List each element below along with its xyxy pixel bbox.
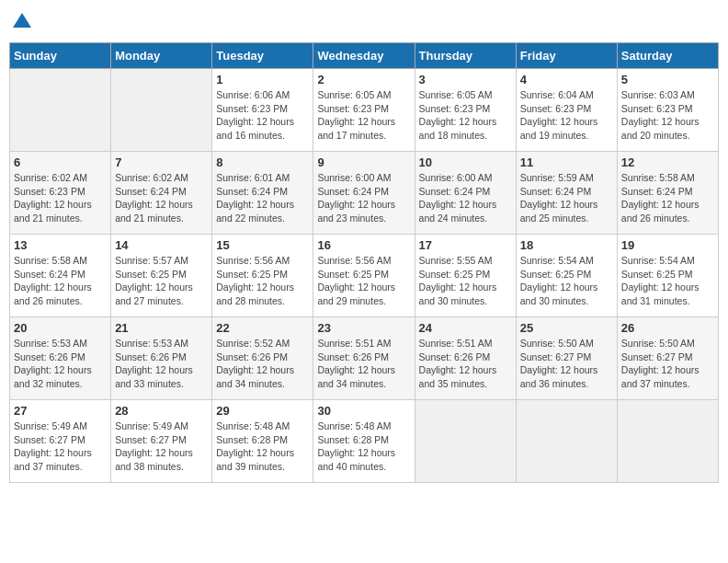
cell-info: Sunrise: 6:03 AMSunset: 6:23 PMDaylight:… xyxy=(621,88,714,143)
day-number: 12 xyxy=(621,155,714,169)
calendar-cell: 14Sunrise: 5:57 AMSunset: 6:25 PMDayligh… xyxy=(111,235,212,317)
day-number: 7 xyxy=(115,155,208,169)
calendar-week-5: 27Sunrise: 5:49 AMSunset: 6:27 PMDayligh… xyxy=(10,400,719,483)
weekday-header-sunday: Sunday xyxy=(10,43,111,69)
cell-info: Sunrise: 5:58 AMSunset: 6:24 PMDaylight:… xyxy=(14,254,107,308)
calendar-cell: 15Sunrise: 5:56 AMSunset: 6:25 PMDayligh… xyxy=(212,235,313,317)
day-number: 23 xyxy=(317,321,410,335)
calendar-cell: 19Sunrise: 5:54 AMSunset: 6:25 PMDayligh… xyxy=(617,235,718,317)
weekday-header-friday: Friday xyxy=(516,43,617,69)
calendar-cell: 26Sunrise: 5:50 AMSunset: 6:27 PMDayligh… xyxy=(617,317,718,400)
svg-marker-0 xyxy=(13,13,31,28)
calendar-cell: 7Sunrise: 6:02 AMSunset: 6:24 PMDaylight… xyxy=(111,152,212,235)
cell-info: Sunrise: 5:48 AMSunset: 6:28 PMDaylight:… xyxy=(216,419,309,474)
calendar-cell: 30Sunrise: 5:48 AMSunset: 6:28 PMDayligh… xyxy=(313,400,415,483)
calendar-cell: 28Sunrise: 5:49 AMSunset: 6:27 PMDayligh… xyxy=(111,400,212,483)
weekday-header-thursday: Thursday xyxy=(415,43,516,69)
day-number: 21 xyxy=(115,321,208,335)
cell-info: Sunrise: 5:48 AMSunset: 6:28 PMDaylight:… xyxy=(317,419,410,474)
day-number: 13 xyxy=(14,238,107,252)
calendar-week-2: 6Sunrise: 6:02 AMSunset: 6:23 PMDaylight… xyxy=(10,152,719,235)
weekday-header-saturday: Saturday xyxy=(617,43,718,69)
cell-info: Sunrise: 6:05 AMSunset: 6:23 PMDaylight:… xyxy=(419,88,512,143)
weekday-header-wednesday: Wednesday xyxy=(313,43,415,69)
calendar-cell: 6Sunrise: 6:02 AMSunset: 6:23 PMDaylight… xyxy=(10,152,111,235)
page-container: SundayMondayTuesdayWednesdayThursdayFrid… xyxy=(9,9,719,483)
day-number: 19 xyxy=(621,238,714,252)
calendar-cell: 20Sunrise: 5:53 AMSunset: 6:26 PMDayligh… xyxy=(10,317,111,400)
calendar-cell: 1Sunrise: 6:06 AMSunset: 6:23 PMDaylight… xyxy=(212,69,313,152)
cell-info: Sunrise: 5:54 AMSunset: 6:25 PMDaylight:… xyxy=(520,254,613,308)
cell-info: Sunrise: 5:59 AMSunset: 6:24 PMDaylight:… xyxy=(520,171,613,225)
weekday-header-row: SundayMondayTuesdayWednesdayThursdayFrid… xyxy=(10,43,719,69)
calendar-cell: 11Sunrise: 5:59 AMSunset: 6:24 PMDayligh… xyxy=(516,152,617,235)
day-number: 8 xyxy=(216,155,309,169)
day-number: 10 xyxy=(419,155,512,169)
day-number: 30 xyxy=(317,404,410,418)
calendar-week-3: 13Sunrise: 5:58 AMSunset: 6:24 PMDayligh… xyxy=(10,235,719,317)
calendar-cell: 2Sunrise: 6:05 AMSunset: 6:23 PMDaylight… xyxy=(313,69,415,152)
cell-info: Sunrise: 5:56 AMSunset: 6:25 PMDaylight:… xyxy=(317,254,410,308)
calendar-cell xyxy=(415,400,516,483)
day-number: 18 xyxy=(520,238,613,252)
day-number: 9 xyxy=(317,155,410,169)
calendar-cell: 25Sunrise: 5:50 AMSunset: 6:27 PMDayligh… xyxy=(516,317,617,400)
calendar-table: SundayMondayTuesdayWednesdayThursdayFrid… xyxy=(9,42,719,483)
day-number: 24 xyxy=(419,321,512,335)
cell-info: Sunrise: 6:00 AMSunset: 6:24 PMDaylight:… xyxy=(317,171,410,225)
cell-info: Sunrise: 6:05 AMSunset: 6:23 PMDaylight:… xyxy=(317,88,410,143)
calendar-cell: 17Sunrise: 5:55 AMSunset: 6:25 PMDayligh… xyxy=(415,235,516,317)
calendar-week-1: 1Sunrise: 6:06 AMSunset: 6:23 PMDaylight… xyxy=(10,69,719,152)
calendar-week-4: 20Sunrise: 5:53 AMSunset: 6:26 PMDayligh… xyxy=(10,317,719,400)
cell-info: Sunrise: 5:52 AMSunset: 6:26 PMDaylight:… xyxy=(216,337,309,391)
day-number: 4 xyxy=(520,73,613,86)
calendar-cell: 18Sunrise: 5:54 AMSunset: 6:25 PMDayligh… xyxy=(516,235,617,317)
cell-info: Sunrise: 5:49 AMSunset: 6:27 PMDaylight:… xyxy=(14,419,107,474)
cell-info: Sunrise: 5:49 AMSunset: 6:27 PMDaylight:… xyxy=(115,419,208,474)
calendar-cell: 10Sunrise: 6:00 AMSunset: 6:24 PMDayligh… xyxy=(415,152,516,235)
weekday-header-tuesday: Tuesday xyxy=(212,43,313,69)
day-number: 27 xyxy=(14,404,107,418)
calendar-cell: 24Sunrise: 5:51 AMSunset: 6:26 PMDayligh… xyxy=(415,317,516,400)
calendar-cell: 3Sunrise: 6:05 AMSunset: 6:23 PMDaylight… xyxy=(415,69,516,152)
day-number: 26 xyxy=(621,321,714,335)
day-number: 29 xyxy=(216,404,309,418)
calendar-cell: 29Sunrise: 5:48 AMSunset: 6:28 PMDayligh… xyxy=(212,400,313,483)
day-number: 15 xyxy=(216,238,309,252)
calendar-cell xyxy=(111,69,212,152)
cell-info: Sunrise: 6:00 AMSunset: 6:24 PMDaylight:… xyxy=(419,171,512,225)
cell-info: Sunrise: 6:06 AMSunset: 6:23 PMDaylight:… xyxy=(216,88,309,143)
day-number: 11 xyxy=(520,155,613,169)
cell-info: Sunrise: 6:02 AMSunset: 6:24 PMDaylight:… xyxy=(115,171,208,225)
day-number: 17 xyxy=(419,238,512,252)
cell-info: Sunrise: 6:01 AMSunset: 6:24 PMDaylight:… xyxy=(216,171,309,225)
calendar-cell: 23Sunrise: 5:51 AMSunset: 6:26 PMDayligh… xyxy=(313,317,415,400)
calendar-cell: 4Sunrise: 6:04 AMSunset: 6:23 PMDaylight… xyxy=(516,69,617,152)
cell-info: Sunrise: 5:54 AMSunset: 6:25 PMDaylight:… xyxy=(621,254,714,308)
calendar-cell: 27Sunrise: 5:49 AMSunset: 6:27 PMDayligh… xyxy=(10,400,111,483)
cell-info: Sunrise: 5:51 AMSunset: 6:26 PMDaylight:… xyxy=(317,337,410,391)
cell-info: Sunrise: 5:50 AMSunset: 6:27 PMDaylight:… xyxy=(520,337,613,391)
calendar-cell xyxy=(516,400,617,483)
calendar-cell: 8Sunrise: 6:01 AMSunset: 6:24 PMDaylight… xyxy=(212,152,313,235)
day-number: 14 xyxy=(115,238,208,252)
cell-info: Sunrise: 5:50 AMSunset: 6:27 PMDaylight:… xyxy=(621,337,714,391)
header xyxy=(9,9,719,35)
calendar-cell: 9Sunrise: 6:00 AMSunset: 6:24 PMDaylight… xyxy=(313,152,415,235)
cell-info: Sunrise: 5:51 AMSunset: 6:26 PMDaylight:… xyxy=(419,337,512,391)
cell-info: Sunrise: 5:56 AMSunset: 6:25 PMDaylight:… xyxy=(216,254,309,308)
day-number: 2 xyxy=(317,73,410,86)
day-number: 1 xyxy=(216,73,309,86)
day-number: 22 xyxy=(216,321,309,335)
cell-info: Sunrise: 6:04 AMSunset: 6:23 PMDaylight:… xyxy=(520,88,613,143)
weekday-header-monday: Monday xyxy=(111,43,212,69)
logo xyxy=(9,9,35,35)
calendar-cell: 21Sunrise: 5:53 AMSunset: 6:26 PMDayligh… xyxy=(111,317,212,400)
calendar-cell: 5Sunrise: 6:03 AMSunset: 6:23 PMDaylight… xyxy=(617,69,718,152)
day-number: 6 xyxy=(14,155,107,169)
cell-info: Sunrise: 6:02 AMSunset: 6:23 PMDaylight:… xyxy=(14,171,107,225)
calendar-cell: 13Sunrise: 5:58 AMSunset: 6:24 PMDayligh… xyxy=(10,235,111,317)
logo-icon xyxy=(9,9,35,35)
calendar-cell xyxy=(617,400,718,483)
day-number: 20 xyxy=(14,321,107,335)
